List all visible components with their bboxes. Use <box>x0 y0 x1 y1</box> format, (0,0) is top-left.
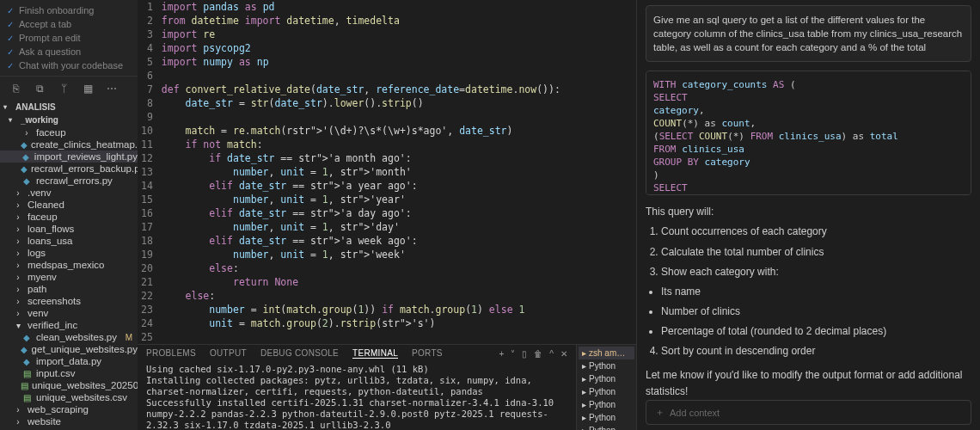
terminal-sessions: ▸zsh am…▸Python▸Python▸Python▸Python▸Pyt… <box>576 345 636 430</box>
tree-file[interactable]: ◆import_data.py <box>0 355 138 367</box>
tree-item-label: input.csv <box>36 368 75 378</box>
tree-folder[interactable]: ›medspas_mexico <box>0 259 138 271</box>
onboarding-item[interactable]: ✓Ask a question <box>7 45 131 58</box>
tree-folder[interactable]: ›screenshots <box>0 295 138 307</box>
terminal-icon: ▸ <box>582 361 586 371</box>
file-icon: ◆ <box>21 152 31 162</box>
sql-code-block[interactable]: WITH category_counts AS ( SELECT categor… <box>646 71 971 195</box>
modified-badge: M <box>126 333 132 342</box>
file-icon: ▤ <box>21 381 28 390</box>
terminal-tab[interactable]: DEBUG CONSOLE <box>260 348 339 359</box>
bottom-panel: PROBLEMSOUTPUTDEBUG CONSOLETERMINALPORTS… <box>138 344 636 430</box>
terminal-icon: ▸ <box>582 426 586 430</box>
tree-file[interactable]: ▤unique_websites.csv <box>0 391 138 403</box>
chevron-down-icon: ▾ <box>9 116 17 124</box>
branch-icon[interactable]: ᛘ <box>57 82 70 95</box>
session-label: Python <box>589 400 616 409</box>
more-icon[interactable]: ⋯ <box>105 82 119 95</box>
trash-icon[interactable]: 🗑 <box>534 349 542 359</box>
assistant-response: This query will: Count occurrences of ea… <box>646 204 971 400</box>
tree-folder[interactable]: ›Cleaned <box>0 199 138 211</box>
grid-icon[interactable]: ▦ <box>81 82 95 95</box>
tree-file[interactable]: ◆recrawl_errors_backup.py <box>0 163 138 175</box>
tree-folder[interactable]: ›loan_flows <box>0 223 138 235</box>
chevron-right-icon: › <box>12 200 24 210</box>
terminal-session[interactable]: ▸Python <box>579 398 634 411</box>
root-folder[interactable]: ▾ _working <box>0 114 138 126</box>
explorer-section-header[interactable]: ▾ ANALISIS <box>0 101 138 114</box>
tree-file[interactable]: ▤unique_websites_20250207_004… <box>0 379 138 391</box>
tree-file[interactable]: ◆recrawl_errors.py <box>0 175 138 187</box>
terminal-session[interactable]: ▸Python <box>579 385 634 398</box>
terminal-icon: ▸ <box>582 400 586 409</box>
onboarding-label: Prompt an edit <box>19 33 81 43</box>
tree-item-label: recrawl_errors_backup.py <box>31 163 138 174</box>
tree-folder[interactable]: ›.venv <box>0 187 138 199</box>
sidebar: ✓Finish onboarding✓Accept a tab✓Prompt a… <box>0 0 138 430</box>
list-item: Count occurrences of each category <box>661 224 971 240</box>
tree-folder[interactable]: ›web_scraping <box>0 403 138 415</box>
tree-folder[interactable]: ›loans_usa <box>0 235 138 247</box>
terminal-output[interactable]: Using cached six-1.17.0-py2.py3-none-any… <box>138 362 576 430</box>
response-outro: Let me know if you'd like to modify the … <box>646 367 971 400</box>
copy-icon[interactable]: ⧉ <box>33 82 46 95</box>
chevron-right-icon: › <box>12 212 24 222</box>
onboarding-item[interactable]: ✓Finish onboarding <box>7 3 131 17</box>
response-list-cont: Sort by count in descending order <box>661 343 971 359</box>
code-editor[interactable]: 1234567891011121314151617181920212223242… <box>138 0 636 344</box>
terminal-session[interactable]: ▸zsh am… <box>579 347 634 359</box>
onboarding-item[interactable]: ✓Chat with your codebase <box>7 58 131 72</box>
tree-folder[interactable]: ›website <box>0 415 138 427</box>
terminal-tabs: PROBLEMSOUTPUTDEBUG CONSOLETERMINALPORTS… <box>138 345 576 362</box>
tree-file[interactable]: ◆create_clinics_heatmap.py <box>0 138 138 150</box>
check-icon: ✓ <box>7 61 14 71</box>
terminal-session[interactable]: ▸Python <box>579 372 634 385</box>
split-icon[interactable]: ▯ <box>522 349 527 359</box>
onboarding-item[interactable]: ✓Accept a tab <box>7 17 131 31</box>
file-icon: ◆ <box>21 140 28 150</box>
tree-folder[interactable]: ›faceup <box>0 211 138 223</box>
file-icon: ◆ <box>21 345 28 354</box>
chevron-right-icon: › <box>12 188 24 198</box>
onboarding-label: Accept a tab <box>19 19 71 29</box>
chevron-right-icon: › <box>12 249 24 258</box>
chevron-down-icon: ▾ <box>3 103 12 111</box>
response-sublist: Its nameNumber of clinicsPercentage of t… <box>661 284 971 341</box>
tree-folder[interactable]: ›venv <box>0 307 138 319</box>
onboarding-item[interactable]: ✓Prompt an edit <box>7 31 131 45</box>
onboarding-label: Chat with your codebase <box>19 60 123 71</box>
terminal-session[interactable]: ▸Python <box>579 411 634 424</box>
tree-file[interactable]: ◆get_unique_websites.py <box>0 343 138 355</box>
explorer-toolbar: ⎘ ⧉ ᛘ ▦ ⋯ <box>0 77 138 101</box>
chevron-right-icon: › <box>12 297 24 306</box>
new-file-icon[interactable]: ⎘ <box>9 82 22 95</box>
code-content[interactable]: import pandas as pdfrom datetime import … <box>162 0 636 344</box>
check-icon: ✓ <box>7 6 14 15</box>
terminal-session[interactable]: ▸Python <box>579 359 634 372</box>
maximize-icon[interactable]: ^ <box>549 349 554 359</box>
tree-folder[interactable]: ›path <box>0 283 138 295</box>
terminal-session[interactable]: ▸Python <box>579 424 634 430</box>
tree-item-label: import_reviews_light.py <box>34 151 138 162</box>
tree-folder[interactable]: ›faceup <box>0 126 138 138</box>
response-intro: This query will: <box>646 204 971 220</box>
close-icon[interactable]: ✕ <box>560 349 567 359</box>
tree-file[interactable]: ▤input.csv <box>0 367 138 379</box>
plus-icon[interactable]: + <box>499 349 504 359</box>
tree-item-label: verified_inc <box>28 320 77 330</box>
terminal-tab[interactable]: PROBLEMS <box>146 348 196 359</box>
tree-folder[interactable]: ▾verified_inc <box>0 319 138 331</box>
terminal-tab[interactable]: TERMINAL <box>352 348 398 359</box>
tree-file[interactable]: ◆import_reviews_light.py <box>0 150 138 163</box>
plus-icon: ＋ <box>655 406 665 419</box>
chevron-down-icon[interactable]: ˅ <box>511 349 515 359</box>
tree-file[interactable]: ◆clean_websites.pyM <box>0 331 138 343</box>
tree-folder[interactable]: ›logs <box>0 247 138 259</box>
tree-item-label: get_unique_websites.py <box>32 344 138 354</box>
tree-item-label: medspas_mexico <box>28 260 104 270</box>
add-context-input[interactable]: ＋ Add context <box>646 400 971 425</box>
terminal-tab[interactable]: PORTS <box>412 348 443 359</box>
terminal-tab[interactable]: OUTPUT <box>210 348 247 359</box>
tree-folder[interactable]: ›myenv <box>0 271 138 283</box>
file-icon: ◆ <box>21 164 28 174</box>
